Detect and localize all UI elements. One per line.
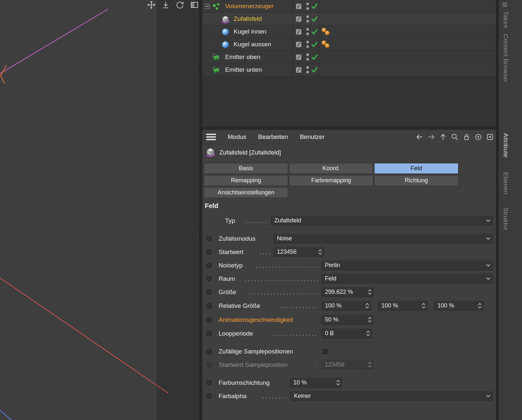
- track-selection-icon[interactable]: [474, 133, 482, 141]
- farbumschichtung-spinner[interactable]: 10 %: [290, 378, 342, 388]
- samplepositionen-checkbox[interactable]: [321, 348, 329, 355]
- keyframe-circle-icon[interactable]: [206, 393, 212, 399]
- dynamics-tag-icon[interactable]: [320, 27, 331, 37]
- keyframe-circle-icon[interactable]: [206, 249, 212, 255]
- raum-dropdown[interactable]: Feld: [321, 274, 493, 284]
- object-row-emitter-unten[interactable]: Emitter unten: [202, 64, 496, 76]
- tab-richtung[interactable]: Richtung: [374, 175, 458, 186]
- visibility-dots-icon[interactable]: [306, 27, 309, 37]
- visibility-dots-icon[interactable]: [306, 2, 309, 11]
- spinner-arrows-icon[interactable]: [366, 288, 373, 297]
- random-field-icon[interactable]: [221, 15, 230, 23]
- spinner-arrows-icon[interactable]: [366, 315, 373, 324]
- keyframe-circle-icon[interactable]: [206, 289, 212, 295]
- object-row-emitter-oben[interactable]: Emitter oben: [202, 51, 496, 64]
- relative-groesse-y-spinner[interactable]: 100 %: [378, 301, 427, 311]
- dynamics-tag-icon[interactable]: [320, 40, 331, 50]
- object-label[interactable]: Kugel aussen: [234, 41, 271, 48]
- object-label[interactable]: Zufallsfeld: [234, 15, 262, 22]
- visibility-dots-icon[interactable]: [306, 15, 309, 24]
- lock-icon[interactable]: [463, 133, 470, 141]
- enabled-check-icon[interactable]: [311, 41, 318, 48]
- tab-content-browser[interactable]: Content Browser: [502, 34, 509, 82]
- layer-toggle-icon[interactable]: [295, 28, 302, 35]
- parent-up-icon[interactable]: [439, 133, 447, 141]
- volume-builder-icon[interactable]: [212, 2, 221, 11]
- tree-collapse-icon[interactable]: [205, 4, 210, 9]
- layer-toggle-icon[interactable]: [295, 3, 302, 10]
- viewport-3d[interactable]: [0, 0, 199, 420]
- loopperiode-spinner[interactable]: 0 B: [321, 329, 372, 338]
- relative-groesse-z-spinner[interactable]: 100 %: [434, 301, 484, 311]
- new-panel-icon[interactable]: [486, 133, 494, 141]
- enabled-check-icon[interactable]: [311, 15, 318, 22]
- object-label[interactable]: Kugel innen: [234, 28, 266, 35]
- spinner-arrows-icon[interactable]: [364, 329, 372, 338]
- orbit-camera-icon[interactable]: [176, 0, 185, 9]
- tab-remapping[interactable]: Remapping: [204, 175, 288, 186]
- keyframe-circle-icon[interactable]: [206, 236, 212, 242]
- relative-groesse-x-spinner[interactable]: 100 %: [321, 301, 371, 311]
- tab-ebenen[interactable]: Ebenen: [502, 172, 509, 195]
- keyframe-circle-icon[interactable]: [206, 331, 212, 337]
- spinner-arrows-icon[interactable]: [363, 301, 371, 310]
- startwert-spinner[interactable]: 123456: [273, 247, 324, 257]
- noisetyp-dropdown[interactable]: Perlin: [321, 261, 493, 270]
- spinner-arrows-icon[interactable]: [316, 248, 324, 257]
- tab-feld[interactable]: Feld: [374, 163, 458, 174]
- object-label[interactable]: Volumenerzeuger: [225, 3, 274, 10]
- object-row-kugel-innen[interactable]: Kugel innen: [202, 25, 496, 38]
- keyframe-circle-icon[interactable]: [206, 349, 212, 354]
- object-label[interactable]: Emitter oben: [225, 53, 260, 61]
- spinner-arrows-icon[interactable]: [334, 378, 342, 387]
- enabled-check-icon[interactable]: [311, 3, 318, 10]
- layer-toggle-icon[interactable]: [295, 54, 302, 61]
- object-row-kugel-aussen[interactable]: Kugel aussen: [202, 38, 496, 51]
- spinner-arrows-icon[interactable]: [476, 301, 483, 310]
- animationsgeschwindigkeit-spinner[interactable]: 50 %: [321, 315, 374, 325]
- sphere-icon[interactable]: [221, 40, 230, 49]
- object-label[interactable]: Emitter unten: [225, 66, 262, 73]
- tab-attribute[interactable]: Attribute: [502, 133, 509, 158]
- visibility-dots-icon[interactable]: [306, 40, 309, 49]
- dolly-camera-icon[interactable]: [161, 0, 170, 9]
- panel-divider-horizontal[interactable]: [202, 127, 496, 130]
- object-row-zufallsfeld[interactable]: Zufallsfeld: [202, 13, 496, 25]
- history-forward-icon[interactable]: [427, 133, 435, 141]
- keyframe-circle-icon[interactable]: [206, 262, 212, 268]
- groesse-spinner[interactable]: 299.622 %: [321, 287, 374, 297]
- hamburger-menu-icon[interactable]: [206, 134, 216, 140]
- keyframe-circle-icon[interactable]: [206, 303, 212, 309]
- emitter-icon[interactable]: [212, 53, 221, 62]
- pan-camera-icon[interactable]: [147, 0, 156, 9]
- tab-farbremapping[interactable]: Farbremapping: [289, 175, 373, 186]
- toggle-view-icon[interactable]: [190, 0, 199, 9]
- search-icon[interactable]: [451, 133, 459, 141]
- zufallsmodus-dropdown[interactable]: Noise: [273, 234, 493, 244]
- menu-modus[interactable]: Modus: [228, 133, 246, 141]
- farbalpha-dropdown[interactable]: Keiner: [290, 391, 493, 401]
- layer-toggle-icon[interactable]: [295, 67, 302, 73]
- tab-struktur[interactable]: Struktur: [502, 207, 509, 231]
- enabled-check-icon[interactable]: [311, 66, 318, 73]
- enabled-check-icon[interactable]: [311, 53, 318, 61]
- tab-takes[interactable]: Takes: [502, 11, 509, 28]
- sphere-icon[interactable]: [221, 28, 230, 36]
- tab-ansichtseinstellungen[interactable]: Ansichtseinstellungen: [204, 187, 288, 198]
- menu-bearbeiten[interactable]: Bearbeiten: [258, 133, 288, 141]
- menu-benutzer[interactable]: Benutzer: [300, 133, 325, 141]
- object-row-volumenerzeuger[interactable]: Volumenerzeuger: [202, 0, 496, 13]
- visibility-dots-icon[interactable]: [306, 53, 309, 62]
- enabled-check-icon[interactable]: [311, 28, 318, 35]
- layer-toggle-icon[interactable]: [295, 16, 302, 22]
- emitter-icon[interactable]: [212, 66, 221, 74]
- visibility-dots-icon[interactable]: [306, 66, 309, 75]
- spinner-arrows-icon[interactable]: [420, 301, 427, 310]
- panel-divider-vertical[interactable]: [199, 0, 202, 420]
- keyframe-circle-icon[interactable]: [206, 380, 212, 386]
- keyframe-circle-icon[interactable]: [206, 276, 212, 282]
- keyframe-circle-icon[interactable]: [206, 317, 212, 323]
- tab-koord[interactable]: Koord.: [289, 163, 373, 174]
- tab-basis[interactable]: Basis: [204, 163, 288, 174]
- panel-menu-icon[interactable]: [501, 1, 509, 8]
